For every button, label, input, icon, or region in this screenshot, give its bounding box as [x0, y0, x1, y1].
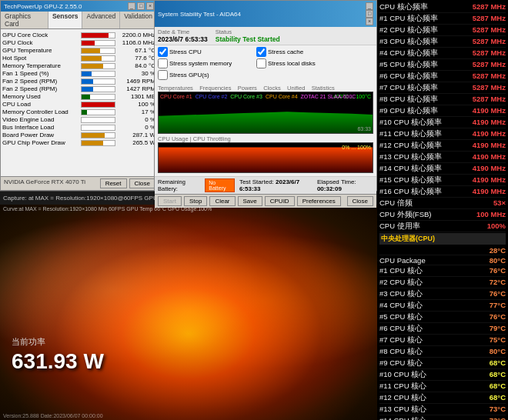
- gpu-row-video-engine: Video Engine Load 0 %: [2, 116, 155, 123]
- cpu-core-12: #12 CPU 核心频率 4190 MHz: [379, 140, 506, 152]
- cpu-core-13: #13 CPU 核心频率 4190 MHz: [379, 152, 506, 163]
- cpu-core-3: #3 CPU 核心频率 5287 MHz: [379, 36, 506, 48]
- cpu-core-2: #2 CPU 核心频率 5287 MHz: [379, 25, 506, 36]
- cpu-multiplier: CPU 倍频 53×: [379, 198, 506, 209]
- core-temp-10: #10 CPU 核心 68°C: [379, 369, 506, 381]
- maximize-btn[interactable]: □: [137, 2, 145, 10]
- tab-advanced[interactable]: Advanced: [82, 12, 120, 28]
- status-value: Stability Test Started: [216, 35, 280, 43]
- cpu-graph-container: CPU Usage | CPU Throttling 0% ... 100%: [158, 135, 373, 173]
- gpu-row-fan2b: Fan 2 Speed (RPM) 1427 RPM: [2, 85, 155, 92]
- cpu-core-8: #8 CPU 核心频率 5287 MHz: [379, 94, 506, 105]
- gpu-window: TechPowerUp GPU-Z 2.55.0 _ □ × Graphics …: [0, 0, 158, 191]
- core-temp-2: #2 CPU 核心 72°C: [379, 277, 506, 288]
- core-temp-9: #9 CPU 核心 68°C: [379, 358, 506, 369]
- close-button[interactable]: Close: [129, 178, 155, 188]
- temp-graph-time: 63:33: [357, 126, 371, 132]
- tab-validation[interactable]: Validation: [120, 12, 157, 28]
- gpu-row-memory-temp: Memory Temperature 84.0 °C: [2, 62, 155, 69]
- core-temp-8: #8 CPU 核心 80°C: [379, 346, 506, 358]
- gpu-row-gpu-clock: GPU Clock 1106.0 MHz: [2, 39, 155, 46]
- core-temp-13: #13 CPU 核心 73°C: [379, 404, 506, 415]
- check-stress-cache: Stress cache: [256, 47, 353, 57]
- temp-graph-title: Temperatures Frequencies Powers Clocks U…: [158, 85, 373, 92]
- gpu-row-memory-used: Memory Used 1301 MB: [2, 93, 155, 100]
- tab-sensors[interactable]: Sensors: [48, 12, 83, 28]
- save-button[interactable]: Save: [238, 196, 262, 206]
- cpu-core-15: #15 CPU 核心频率 4190 MHz: [379, 175, 506, 186]
- stability-graphs: Temperatures Frequencies Powers Clocks U…: [155, 82, 376, 176]
- stress-gpu-checkbox[interactable]: [158, 70, 168, 80]
- temp-graph-line: [159, 105, 373, 133]
- start-button[interactable]: Start: [158, 196, 182, 206]
- stab-close-x-btn[interactable]: ×: [366, 18, 373, 25]
- minimize-btn[interactable]: _: [128, 2, 135, 10]
- fire-overlay: [0, 205, 377, 420]
- power-label: 当前功率: [12, 336, 104, 348]
- gpu-row-cpu-load: CPU Load 100 %: [2, 101, 155, 108]
- stress-disks-checkbox[interactable]: [256, 58, 266, 68]
- gpu-row-chip-power: GPU Chip Power Draw 265.5 W: [2, 139, 155, 146]
- close-btn[interactable]: ×: [146, 2, 154, 10]
- gpu-tabs: Graphics Card Sensors Advanced Validatio…: [1, 12, 157, 29]
- test-started-label: Test Started: 2023/6/7 6:53:33: [239, 178, 311, 192]
- watermark-top: Curve:at MAX = Resolution:1920×1080 Min …: [3, 206, 212, 212]
- gpu-sensors-content: GPU Core Clock 2200.0 MHz GPU Clock 1106…: [1, 29, 157, 148]
- stability-times: Test Started: 2023/6/7 6:53:33 Elapsed T…: [239, 178, 373, 192]
- cpu-core-11: #11 CPU 核心频率 4190 MHz: [379, 128, 506, 140]
- gpu-row-fan2a: Fan 2 Speed (RPM) 1469 RPM: [2, 78, 155, 85]
- cpu-core-14: #14 CPU 核心频率 4190 MHz: [379, 163, 506, 175]
- stress-cache-checkbox[interactable]: [256, 47, 266, 57]
- stop-button[interactable]: Stop: [184, 196, 207, 206]
- temp-graph-area: 400°C ... 100°C 63:33 CPU Core #1 CPU Co…: [158, 92, 373, 134]
- stability-title-bar: System Stability Test - AIDA64 _ □ ×: [155, 1, 376, 27]
- gpu-row-hotspot: Hot Spot 77.6 °C: [2, 55, 155, 62]
- power-value: 631.93 W: [12, 349, 104, 374]
- cpu-package-temp: CPU Package 80°C: [379, 255, 506, 265]
- bottom-image: Curve:at MAX = Resolution:1920×1080 Min …: [0, 205, 377, 420]
- cpu-graph-area: 0% ... 100%: [158, 142, 373, 173]
- date-time-value: 2023/6/7 6:53:33: [158, 35, 208, 43]
- stability-footer: Remaining Battery: No Battery Test Start…: [155, 176, 376, 194]
- gpu-row-mem-ctrl: Memory Controller Load 17 %: [2, 108, 155, 115]
- cpu-core-7: #7 CPU 核心频率 5287 MHz: [379, 82, 506, 94]
- gpu-row-fan1: Fan 1 Speed (%) 30 %: [2, 70, 155, 77]
- preferences-button[interactable]: Preferences: [297, 196, 341, 206]
- stab-maximize-btn[interactable]: □: [366, 10, 373, 18]
- main-container: TechPowerUp GPU-Z 2.55.0 _ □ × Graphics …: [0, 0, 508, 420]
- cpu-core-4: #4 CPU 核心频率 5287 MHz: [379, 48, 506, 59]
- left-section: TechPowerUp GPU-Z 2.55.0 _ □ × Graphics …: [0, 0, 377, 420]
- cpu-temp-section-header: 中央处理器(CPU): [379, 233, 506, 245]
- stability-window-title: System Stability Test - AIDA64: [158, 11, 241, 18]
- close-stability-button[interactable]: Close: [347, 196, 373, 206]
- elapsed-label: Elapsed Time: 00:32:09: [317, 178, 373, 192]
- core-temp-7: #7 CPU 核心 75°C: [379, 335, 506, 346]
- gpu-device-name: NVIDIA GeForce RTX 4070 Ti: [2, 178, 85, 188]
- check-stress-gpu: Stress GPU(s): [158, 70, 255, 80]
- date-time-item: Date & Time 2023/6/7 6:53:33: [158, 28, 208, 43]
- cpu-core-16: #16 CPU 核心频率 4190 MHz: [379, 186, 506, 198]
- core-temp-5: #5 CPU 核心 76°C: [379, 312, 506, 323]
- battery-indicator: No Battery: [205, 178, 235, 192]
- stability-checkboxes: Stress CPU Stress cache Stress system me…: [155, 45, 376, 82]
- stress-memory-checkbox[interactable]: [158, 58, 168, 68]
- cpu-core-1: #1 CPU 核心频率 5287 MHz: [379, 13, 506, 25]
- check-stress-memory: Stress system memory: [158, 58, 255, 68]
- cpu-graph-range: 0% ... 100%: [342, 145, 371, 150]
- gpu-footer: NVIDIA GeForce RTX 4070 Ti Reset Close: [1, 176, 157, 190]
- gpu-window-title: TechPowerUp GPU-Z 2.55.0: [4, 3, 82, 10]
- stability-window: System Stability Test - AIDA64 _ □ × Dat…: [154, 0, 377, 191]
- cpu-fsb: CPU 外频(FSB) 100 MHz: [379, 209, 506, 221]
- core-temp-3: #3 CPU 核心 76°C: [379, 288, 506, 300]
- stress-cpu-checkbox[interactable]: [158, 47, 168, 57]
- clear-button[interactable]: Clear: [209, 196, 235, 206]
- stability-title-controls: _ □ ×: [366, 2, 373, 25]
- core-temp-14: #14 CPU 核心 73°C: [379, 415, 506, 420]
- tab-graphics-card[interactable]: Graphics Card: [1, 12, 48, 28]
- reset-button[interactable]: Reset: [100, 178, 127, 188]
- cpu-graph-title: CPU Usage | CPU Throttling: [158, 135, 373, 142]
- remaining-battery-label: Remaining Battery:: [158, 178, 200, 192]
- cpu-core-10: #10 CPU 核心频率 4190 MHz: [379, 117, 506, 128]
- stab-minimize-btn[interactable]: _: [366, 2, 373, 10]
- cpuid-button[interactable]: CPUID: [265, 196, 295, 206]
